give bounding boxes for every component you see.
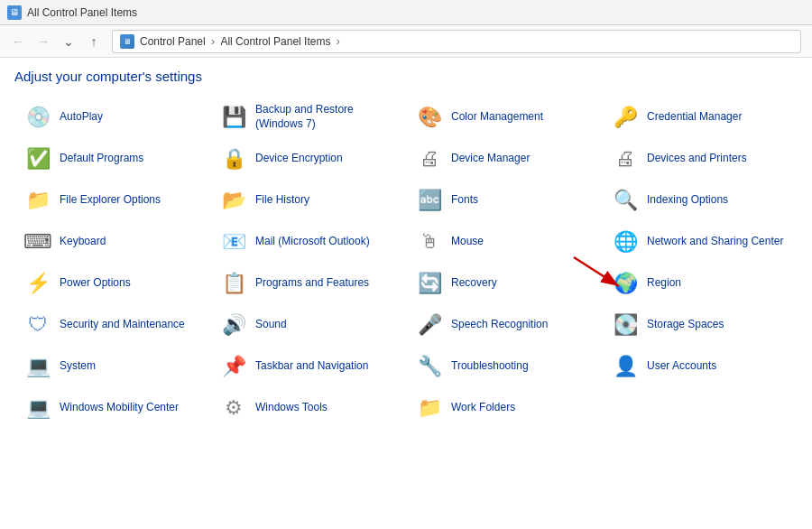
control-item-devices[interactable]: 🖨Devices and Printers xyxy=(602,138,798,180)
label-file-explorer: File Explorer Options xyxy=(60,193,161,208)
label-devices: Devices and Printers xyxy=(647,152,747,166)
control-item-recovery[interactable]: 🔄Recovery xyxy=(406,263,602,304)
icon-region: 🌍 xyxy=(611,269,640,298)
label-programs: Programs and Features xyxy=(255,276,369,291)
nav-bar: ← → ⌄ ↑ 🖥 Control Panel › All Control Pa… xyxy=(0,25,812,58)
icon-device-enc: 🔒 xyxy=(219,144,248,173)
icon-color: 🎨 xyxy=(415,103,444,132)
control-item-backup[interactable]: 💾Backup and Restore (Windows 7) xyxy=(210,97,406,138)
label-color: Color Management xyxy=(451,110,543,125)
control-item-color[interactable]: 🎨Color Management xyxy=(406,97,602,138)
label-power: Power Options xyxy=(60,276,131,291)
control-item-credential[interactable]: 🔑Credential Manager xyxy=(602,97,798,138)
label-mouse: Mouse xyxy=(451,235,484,249)
content-wrapper: 💿AutoPlay💾Backup and Restore (Windows 7)… xyxy=(14,97,798,429)
control-item-indexing[interactable]: 🔍Indexing Options xyxy=(602,180,798,221)
control-item-mouse[interactable]: 🖱Mouse xyxy=(406,221,602,263)
label-region: Region xyxy=(647,276,681,291)
icon-credential: 🔑 xyxy=(611,103,640,132)
icon-autoplay: 💿 xyxy=(23,103,52,132)
control-item-keyboard[interactable]: ⌨Keyboard xyxy=(14,221,210,263)
address-bar[interactable]: 🖥 Control Panel › All Control Panel Item… xyxy=(112,30,801,53)
control-item-power[interactable]: ⚡Power Options xyxy=(14,263,210,304)
breadcrumb-controlpanel: Control Panel xyxy=(140,35,206,48)
icon-programs: 📋 xyxy=(219,269,248,298)
icon-fonts: 🔤 xyxy=(415,186,444,215)
page-title: Adjust your computer's settings xyxy=(14,69,798,84)
label-fonts: Fonts xyxy=(451,193,478,208)
title-bar: 🖥 All Control Panel Items xyxy=(0,0,812,25)
control-item-default[interactable]: ✅Default Programs xyxy=(14,138,210,180)
breadcrumb-allitems: All Control Panel Items xyxy=(220,35,330,48)
label-autoplay: AutoPlay xyxy=(60,110,103,125)
control-item-taskbar[interactable]: 📌Taskbar and Navigation xyxy=(210,346,406,387)
main-content: Adjust your computer's settings 💿AutoPla… xyxy=(0,58,812,529)
label-security: Security and Maintenance xyxy=(60,318,185,332)
control-item-programs[interactable]: 📋Programs and Features xyxy=(210,263,406,304)
control-item-file-history[interactable]: 📂File History xyxy=(210,180,406,221)
control-item-mail[interactable]: 📧Mail (Microsoft Outlook) xyxy=(210,221,406,263)
control-item-region[interactable]: 🌍Region xyxy=(602,263,798,304)
control-item-device-mgr[interactable]: 🖨Device Manager xyxy=(406,138,602,180)
label-user: User Accounts xyxy=(647,359,716,374)
label-mail: Mail (Microsoft Outlook) xyxy=(255,235,370,249)
control-item-windows-mob[interactable]: 💻Windows Mobility Center xyxy=(14,387,210,429)
icon-windows-mob: 💻 xyxy=(23,394,52,422)
icon-troubleshoot: 🔧 xyxy=(415,352,444,381)
icon-file-explorer: 📁 xyxy=(23,186,52,215)
label-storage: Storage Spaces xyxy=(647,318,724,332)
control-item-device-enc[interactable]: 🔒Device Encryption xyxy=(210,138,406,180)
label-speech: Speech Recognition xyxy=(451,318,548,332)
icon-recovery: 🔄 xyxy=(415,269,444,298)
breadcrumb: Control Panel › All Control Panel Items … xyxy=(140,35,343,48)
icon-power: ⚡ xyxy=(23,269,52,298)
icon-keyboard: ⌨ xyxy=(23,227,52,256)
label-keyboard: Keyboard xyxy=(60,235,106,249)
recent-button[interactable]: ⌄ xyxy=(58,31,79,52)
control-item-troubleshoot[interactable]: 🔧Troubleshooting xyxy=(406,346,602,387)
label-windows-mob: Windows Mobility Center xyxy=(60,401,179,415)
up-button[interactable]: ↑ xyxy=(83,31,105,52)
back-button[interactable]: ← xyxy=(7,31,29,52)
icon-sound: 🔊 xyxy=(219,311,248,339)
address-icon: 🖥 xyxy=(120,34,134,49)
label-windows-tools: Windows Tools xyxy=(255,401,328,415)
label-troubleshoot: Troubleshooting xyxy=(451,359,529,374)
icon-mouse: 🖱 xyxy=(415,227,444,256)
label-indexing: Indexing Options xyxy=(647,193,728,208)
control-item-storage[interactable]: 💽Storage Spaces xyxy=(602,304,798,346)
icon-device-mgr: 🖨 xyxy=(415,144,444,173)
control-item-work-folders[interactable]: 📁Work Folders xyxy=(406,387,602,429)
label-device-enc: Device Encryption xyxy=(255,152,343,166)
control-item-sound[interactable]: 🔊Sound xyxy=(210,304,406,346)
control-item-speech[interactable]: 🎤Speech Recognition xyxy=(406,304,602,346)
title-bar-icon: 🖥 xyxy=(7,5,22,20)
icon-system: 💻 xyxy=(23,352,52,381)
icon-windows-tools: ⚙ xyxy=(219,394,248,422)
label-sound: Sound xyxy=(255,318,287,332)
icon-mail: 📧 xyxy=(219,227,248,256)
title-bar-text: All Control Panel Items xyxy=(27,6,137,19)
label-net: Network and Sharing Center xyxy=(647,235,783,249)
label-backup: Backup and Restore (Windows 7) xyxy=(255,103,397,131)
control-item-security[interactable]: 🛡Security and Maintenance xyxy=(14,304,210,346)
label-device-mgr: Device Manager xyxy=(451,152,530,166)
label-system: System xyxy=(60,359,96,374)
label-file-history: File History xyxy=(255,193,309,208)
control-item-file-explorer[interactable]: 📁File Explorer Options xyxy=(14,180,210,221)
control-item-fonts[interactable]: 🔤Fonts xyxy=(406,180,602,221)
forward-button[interactable]: → xyxy=(32,31,54,52)
icon-indexing: 🔍 xyxy=(611,186,640,215)
items-grid: 💿AutoPlay💾Backup and Restore (Windows 7)… xyxy=(14,97,798,429)
icon-user: 👤 xyxy=(611,352,640,381)
control-item-system[interactable]: 💻System xyxy=(14,346,210,387)
control-item-user[interactable]: 👤User Accounts xyxy=(602,346,798,387)
control-item-windows-tools[interactable]: ⚙Windows Tools xyxy=(210,387,406,429)
label-credential: Credential Manager xyxy=(647,110,742,125)
icon-file-history: 📂 xyxy=(219,186,248,215)
icon-speech: 🎤 xyxy=(415,311,444,339)
control-item-autoplay[interactable]: 💿AutoPlay xyxy=(14,97,210,138)
icon-default: ✅ xyxy=(23,144,52,173)
label-work-folders: Work Folders xyxy=(451,401,515,415)
control-item-net[interactable]: 🌐Network and Sharing Center xyxy=(602,221,798,263)
